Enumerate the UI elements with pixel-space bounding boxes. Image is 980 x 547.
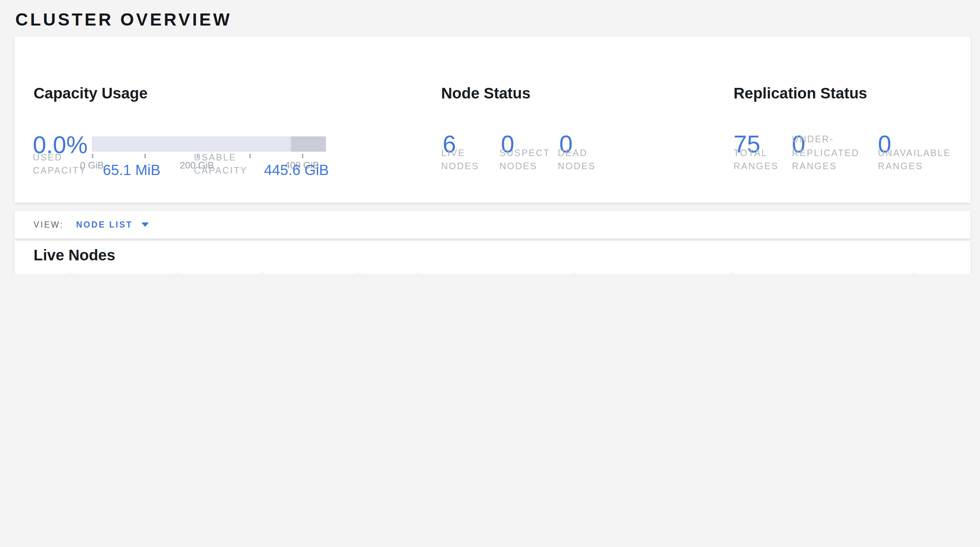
used-capacity-value: 65.1 MiB — [103, 163, 161, 177]
column-header-mem-usage[interactable]: MEM USAGE — [574, 272, 733, 274]
column-header-cpus: CPUS — [360, 272, 418, 274]
view-label: VIEW: — [33, 220, 64, 229]
column-header-version[interactable]: VERSION — [733, 272, 914, 274]
view-dropdown[interactable]: NODE LIST — [76, 220, 149, 229]
column-header-logs: LOGS — [914, 272, 970, 274]
node-status-title: Node Status — [441, 84, 530, 102]
cluster-overview-page: CLUSTER OVERVIEW Capacity Usage 0.0% 0 G… — [0, 0, 980, 274]
dead-nodes-label: DEAD NODES — [558, 146, 605, 173]
column-header-id[interactable]: ID — [14, 272, 72, 274]
used-capacity: USED CAPACITY 65.1 MiB — [33, 151, 161, 178]
usable-capacity-value: 445.6 GiB — [264, 163, 329, 177]
column-header-replicas[interactable]: REPLICAS — [263, 272, 360, 274]
column-header-address[interactable]: ADDRESS — [72, 272, 177, 274]
page-title: CLUSTER OVERVIEW — [15, 10, 232, 30]
column-header-uptime[interactable]: UPTIME — [177, 272, 263, 274]
usable-capacity-label: USABLE CAPACITY — [194, 151, 258, 178]
cluster-summary-card: Capacity Usage 0.0% 0 GiB 200 GiB 400 Gi… — [14, 37, 970, 203]
view-selected-value[interactable]: NODE LIST — [76, 220, 133, 229]
suspect-nodes-label: SUSPECT NODES — [500, 146, 547, 173]
capacity-gauge-reserved — [291, 137, 326, 152]
capacity-details: USED CAPACITY 65.1 MiB USABLE CAPACITY 4… — [33, 151, 329, 178]
live-nodes-card: Live Nodes ID ADDRESS UPTIME REPLICAS — [14, 241, 970, 274]
chevron-down-icon — [142, 223, 149, 227]
live-nodes-label: LIVE NODES — [441, 146, 488, 173]
used-capacity-label: USED CAPACITY — [33, 151, 97, 178]
view-bar: VIEW: NODE LIST — [14, 211, 970, 239]
usable-capacity: USABLE CAPACITY 445.6 GiB — [194, 151, 329, 178]
capacity-usage-title: Capacity Usage — [33, 84, 148, 102]
capacity-gauge — [92, 137, 326, 152]
total-ranges-label: TOTAL RANGES — [733, 146, 779, 173]
live-nodes-table: ID ADDRESS UPTIME REPLICAS CPUS — [14, 272, 970, 274]
table-header-row: ID ADDRESS UPTIME REPLICAS CPUS — [14, 272, 970, 274]
live-nodes-title: Live Nodes — [33, 246, 115, 264]
column-header-capacity-usage[interactable]: CAPACITY USAGE — [418, 272, 574, 274]
unavailable-label: UNAVAILABLE RANGES — [878, 146, 954, 173]
under-replicated-label: UNDER-REPLICATED RANGES — [792, 133, 861, 174]
replication-status-title: Replication Status — [733, 84, 867, 102]
